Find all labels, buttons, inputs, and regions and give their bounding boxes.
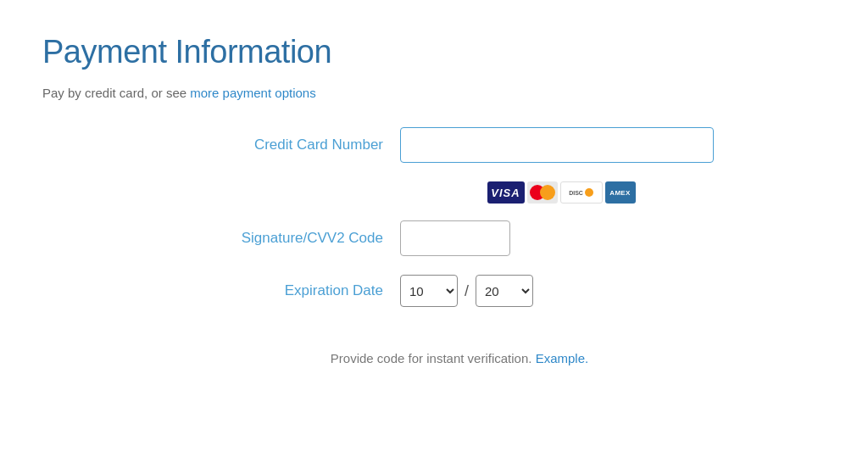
footer-note: Provide code for instant verification. E… bbox=[197, 351, 722, 365]
footer-static-text: Provide code for instant verification. bbox=[331, 351, 532, 365]
expiry-selects: 01 02 03 04 05 06 07 08 09 10 11 12 / 20… bbox=[400, 275, 533, 307]
mastercard-icon bbox=[527, 181, 558, 204]
expiry-row: Expiration Date 01 02 03 04 05 06 07 08 … bbox=[197, 275, 722, 307]
credit-card-input[interactable] bbox=[400, 127, 714, 163]
form-section: Credit Card Number VISA DISC AMEX bbox=[93, 127, 826, 365]
cvv-label: Signature/CVV2 Code bbox=[197, 230, 383, 247]
discover-dot bbox=[585, 188, 593, 197]
subtitle-static-text: Pay by credit card, or see bbox=[42, 86, 190, 100]
cvv-input[interactable] bbox=[400, 220, 510, 256]
page-container: Payment Information Pay by credit card, … bbox=[0, 0, 868, 474]
mc-yellow-circle bbox=[540, 185, 555, 200]
cvv-row: Signature/CVV2 Code bbox=[197, 220, 722, 256]
expiry-label: Expiration Date bbox=[197, 282, 383, 299]
visa-icon: VISA bbox=[487, 181, 525, 204]
credit-card-row: Credit Card Number bbox=[197, 127, 722, 163]
page-title: Payment Information bbox=[42, 34, 826, 70]
more-payment-options-link[interactable]: more payment options bbox=[190, 86, 315, 100]
expiry-separator: / bbox=[465, 282, 469, 300]
expiry-year-select[interactable]: 20 21 22 23 24 25 26 27 28 29 30 bbox=[476, 275, 533, 307]
discover-text: DISC bbox=[569, 190, 583, 196]
subtitle: Pay by credit card, or see more payment … bbox=[42, 86, 826, 100]
credit-card-label: Credit Card Number bbox=[197, 137, 383, 153]
card-icons-row: VISA DISC AMEX bbox=[487, 181, 636, 204]
example-link[interactable]: Example. bbox=[536, 351, 589, 365]
expiry-month-select[interactable]: 01 02 03 04 05 06 07 08 09 10 11 12 bbox=[400, 275, 458, 307]
amex-icon: AMEX bbox=[605, 181, 636, 204]
discover-icon: DISC bbox=[560, 181, 603, 204]
card-icons: VISA DISC AMEX bbox=[487, 181, 636, 204]
